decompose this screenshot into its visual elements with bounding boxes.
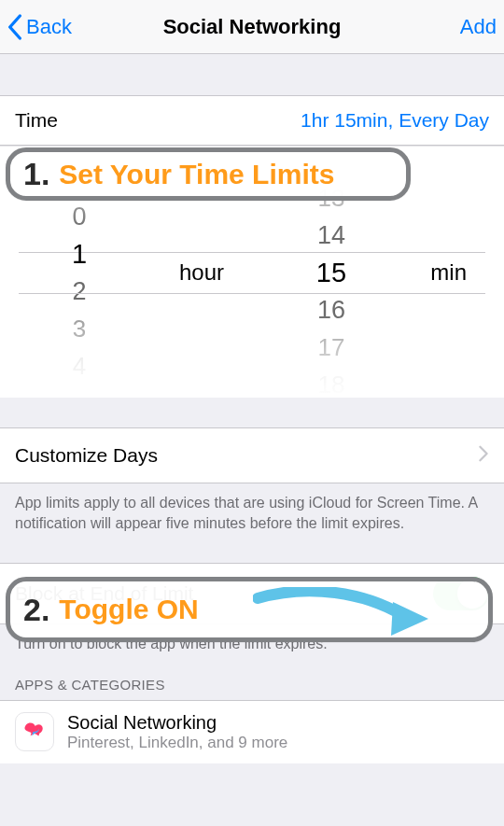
annotation-2-text: Toggle ON [59, 594, 198, 625]
app-subtitle: Pinterest, LinkedIn, and 9 more [67, 734, 287, 752]
social-networking-icon [15, 712, 54, 751]
navbar: Back Social Networking Add [0, 0, 504, 54]
chevron-left-icon [7, 14, 22, 40]
minutes-unit: min [430, 259, 467, 286]
time-value: 1hr 15min, Every Day [301, 109, 489, 132]
app-title: Social Networking [67, 712, 287, 734]
app-texts: Social Networking Pinterest, LinkedIn, a… [67, 712, 287, 752]
time-label: Time [15, 109, 58, 132]
annotation-2-num: 2. [23, 592, 49, 628]
spacer [0, 54, 504, 95]
annotation-1-text: Set Your Time Limits [59, 159, 334, 190]
apps-header: APPS & CATEGORIES [0, 658, 504, 700]
hours-unit: hour [179, 259, 224, 286]
time-row[interactable]: Time 1hr 15min, Every Day [0, 96, 504, 146]
svg-marker-0 [391, 602, 428, 636]
back-label: Back [26, 15, 72, 39]
customize-days-row[interactable]: Customize Days [0, 427, 504, 483]
limits-footer: App limits apply to all devices that are… [0, 483, 504, 537]
chevron-right-icon [478, 443, 489, 468]
annotation-callout-2: 2. Toggle ON [6, 577, 493, 642]
app-row[interactable]: Social Networking Pinterest, LinkedIn, a… [0, 700, 504, 763]
arrow-icon [253, 587, 430, 638]
customize-days-label: Customize Days [15, 444, 158, 467]
annotation-1-num: 1. [23, 156, 49, 192]
add-button[interactable]: Add [460, 15, 497, 39]
back-button[interactable]: Back [7, 14, 72, 40]
page-title: Social Networking [0, 15, 504, 39]
time-section: Time 1hr 15min, Every Day 0 1 2 3 4 hour… [0, 95, 504, 398]
annotation-callout-1: 1. Set Your Time Limits [6, 147, 411, 201]
